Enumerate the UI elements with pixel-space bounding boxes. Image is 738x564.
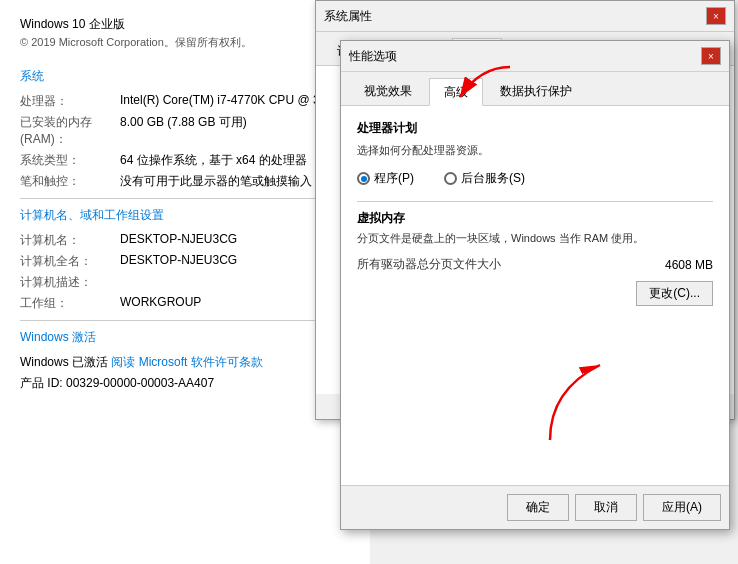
virtual-memory-section: 虚拟内存 分页文件是硬盘上的一块区域，Windows 当作 RAM 使用。 所有… [357,210,713,273]
vm-desc: 分页文件是硬盘上的一块区域，Windows 当作 RAM 使用。 [357,231,713,246]
win-controls: × [701,47,721,65]
perf-title: 性能选项 [349,48,397,65]
processor-plan-title: 处理器计划 [357,120,713,137]
perf-content: 处理器计划 选择如何分配处理器资源。 程序(P) 后台服务(S) 虚拟内存 分页… [341,106,729,494]
info-row-desc: 计算机描述： [20,274,350,291]
radio-program-circle [357,172,370,185]
ok-button[interactable]: 确定 [507,494,569,521]
info-row-pen: 笔和触控： 没有可用于此显示器的笔或触摸输入 [20,173,350,190]
sys-props-titlebar: 系统属性 × [316,1,734,32]
info-row-workgroup: 工作组： WORKGROUP [20,295,350,312]
sys-props-close-button[interactable]: × [706,7,726,25]
workgroup-label: 工作组： [20,295,120,312]
processor-plan-section: 处理器计划 选择如何分配处理器资源。 程序(P) 后台服务(S) [357,120,713,187]
perf-tabs: 视觉效果 高级 数据执行保护 [341,72,729,106]
info-row-systype: 系统类型： 64 位操作系统，基于 x64 的处理器 [20,152,350,169]
system-section-title: 系统 [20,68,350,85]
radio-background-circle [444,172,457,185]
cpu-label: 处理器： [20,93,120,110]
vm-title: 虚拟内存 [357,210,713,227]
ram-label: 已安装的内存(RAM)： [20,114,120,148]
radio-background[interactable]: 后台服务(S) [444,170,525,187]
pen-label: 笔和触控： [20,173,120,190]
tab-dep[interactable]: 数据执行保护 [485,78,587,105]
copyright: © 2019 Microsoft Corporation。保留所有权利。 [20,35,350,50]
info-row-compname: 计算机名： DESKTOP-NJEU3CG [20,232,350,249]
productid-value: 产品 ID: 00329-00000-00003-AA407 [20,375,350,392]
perf-dialog: 性能选项 × 视觉效果 高级 数据执行保护 处理器计划 选择如何分配处理器资源。… [340,40,730,530]
fullname-label: 计算机全名： [20,253,120,270]
apply-button[interactable]: 应用(A) [643,494,721,521]
computer-section-title: 计算机名、域和工作组设置 [20,207,350,224]
activation-value: Windows 已激活 阅读 Microsoft 软件许可条款 [20,354,350,371]
license-link[interactable]: 阅读 Microsoft 软件许可条款 [111,355,262,369]
perf-footer: 确定 取消 应用(A) [341,485,729,529]
vm-value: 4608 MB [665,258,713,272]
desc-label: 计算机描述： [20,274,120,291]
info-row-fullname: 计算机全名： DESKTOP-NJEU3CG [20,253,350,270]
vm-row: 所有驱动器总分页文件大小 4608 MB [357,256,713,273]
windows-version: Windows 10 企业版 [20,16,350,33]
perf-close-button[interactable]: × [701,47,721,65]
info-row-ram: 已安装的内存(RAM)： 8.00 GB (7.88 GB 可用) [20,114,350,148]
radio-program[interactable]: 程序(P) [357,170,414,187]
info-row-productid: 产品 ID: 00329-00000-00003-AA407 [20,375,350,392]
processor-plan-desc: 选择如何分配处理器资源。 [357,143,713,158]
radio-program-label: 程序(P) [374,170,414,187]
vm-label: 所有驱动器总分页文件大小 [357,256,501,273]
separator1 [357,201,713,202]
perf-titlebar: 性能选项 × [341,41,729,72]
radio-background-label: 后台服务(S) [461,170,525,187]
vm-change-button[interactable]: 更改(C)... [636,281,713,306]
info-row-cpu: 处理器： Intel(R) Core(TM) i7-4770K CPU @ 3.… [20,93,350,110]
systype-label: 系统类型： [20,152,120,169]
tab-advanced-perf[interactable]: 高级 [429,78,483,106]
tab-visual-effects[interactable]: 视觉效果 [349,78,427,105]
cancel-button[interactable]: 取消 [575,494,637,521]
compname-label: 计算机名： [20,232,120,249]
sys-props-title: 系统属性 [324,8,372,25]
activation-section-title: Windows 激活 [20,329,350,346]
processor-radio-group: 程序(P) 后台服务(S) [357,170,713,187]
info-row-activation: Windows 已激活 阅读 Microsoft 软件许可条款 [20,354,350,371]
